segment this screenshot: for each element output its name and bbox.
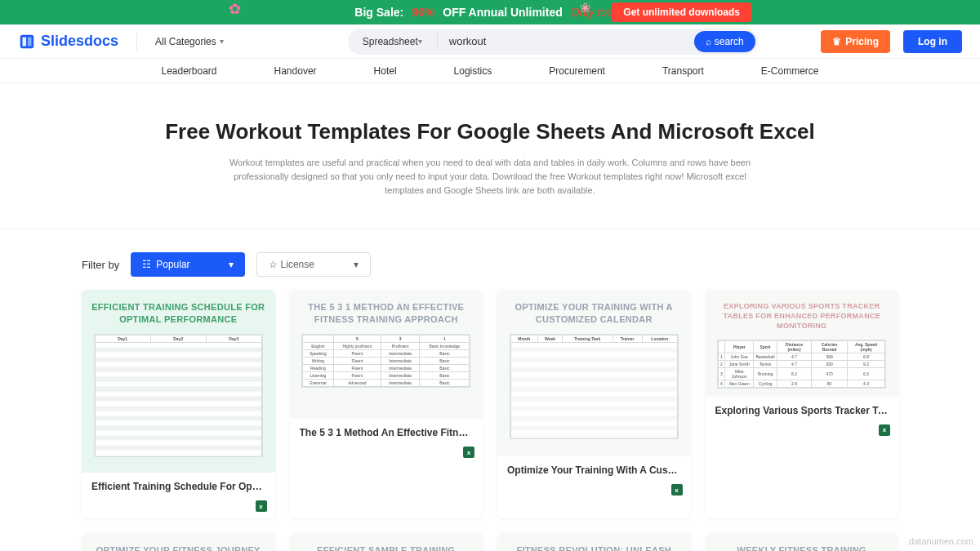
pricing-button[interactable]: ♛ Pricing: [821, 30, 890, 53]
search-input[interactable]: [438, 35, 694, 47]
svg-rect-1: [23, 37, 27, 46]
tab-handover[interactable]: Handover: [274, 65, 317, 77]
thumb-heading: OPTIMIZE YOUR FITNESS JOURNEY WITH: [88, 544, 269, 551]
logo[interactable]: Slidesdocs: [18, 33, 118, 51]
all-categories-label: All Categories: [155, 36, 216, 47]
hero: Free Workout Templates For Google Sheets…: [0, 83, 980, 216]
excel-icon: x: [879, 424, 890, 436]
template-thumb: THE 5 3 1 METHOD AN EFFECTIVE FITNESS TR…: [290, 290, 483, 419]
login-button[interactable]: Log in: [903, 30, 962, 53]
template-title: Optimize Your Training With A Customi...: [507, 464, 681, 476]
crown-icon: ♛: [832, 36, 841, 47]
filter-license-label: License: [281, 259, 314, 270]
template-title: Efficient Training Schedule For Optimal.…: [91, 481, 265, 492]
svg-rect-2: [28, 37, 32, 46]
template-card[interactable]: OPTIMIZE YOUR TRAINING WITH A CUSTOMIZED…: [497, 290, 691, 518]
template-card[interactable]: EFFICIENT TRAINING SCHEDULE FOR OPTIMAL …: [82, 290, 275, 518]
template-card[interactable]: WEEKLY FITNESS TRAINING SCHEDULE TRACKER…: [706, 533, 899, 551]
search-wrap: Spreadsheet ▾ ⌕ search: [348, 29, 758, 55]
filter-popular-dropdown[interactable]: ☷Popular ▾: [131, 252, 245, 277]
template-grid: EFFICIENT TRAINING SCHEDULE FOR OPTIMAL …: [0, 290, 980, 551]
template-title: Exploring Various Sports Tracker Table..…: [715, 405, 889, 416]
chevron-down-icon: ▾: [220, 37, 224, 46]
top-bar: Slidesdocs All Categories ▾ Spreadsheet …: [0, 24, 980, 59]
chevron-down-icon: ▾: [354, 259, 359, 270]
flower-left-icon: ✿: [229, 0, 241, 18]
search-type-label: Spreadsheet: [363, 36, 418, 47]
promo-big-sale: Big Sale:: [354, 6, 403, 19]
template-thumb: OPTIMIZE YOUR FITNESS JOURNEY WITH: [82, 533, 275, 551]
excel-icon: x: [671, 484, 683, 495]
template-card[interactable]: OPTIMIZE YOUR FITNESS JOURNEY WITH: [82, 533, 275, 551]
get-unlimited-button[interactable]: Get unlimited downloads: [612, 2, 751, 22]
template-thumb: WEEKLY FITNESS TRAINING SCHEDULE TRACKER…: [706, 533, 899, 551]
filter-by-label: Filter by: [82, 259, 119, 271]
logo-icon: [18, 33, 36, 51]
filter-license-dropdown[interactable]: ☆ License ▾: [256, 252, 371, 277]
thumb-heading: EFFICIENT SAMPLE TRAINING CALENDAR FOR O…: [296, 544, 477, 551]
tab-transport[interactable]: Transport: [662, 65, 704, 77]
tab-hotel[interactable]: Hotel: [374, 65, 397, 77]
thumb-heading: EXPLORING VARIOUS SPORTS TRACKER TABLES …: [712, 301, 893, 331]
chevron-down-icon: ▾: [229, 259, 234, 270]
flower-right-icon: ❀: [580, 0, 590, 16]
chevron-down-icon: ▾: [418, 37, 422, 46]
all-categories-dropdown[interactable]: All Categories ▾: [155, 36, 224, 47]
thumb-heading: FITNESS REVOLUTION: UNLEASH YOUR POTENTI…: [504, 544, 684, 551]
logo-text: Slidesdocs: [41, 33, 118, 50]
template-thumb: EXPLORING VARIOUS SPORTS TRACKER TABLES …: [706, 290, 899, 396]
excel-icon: x: [463, 447, 474, 458]
excel-icon: x: [256, 500, 267, 512]
thumb-heading: THE 5 3 1 METHOD AN EFFECTIVE FITNESS TR…: [296, 301, 477, 326]
template-thumb: OPTIMIZE YOUR TRAINING WITH A CUSTOMIZED…: [497, 290, 691, 456]
thumb-table: MonthWeekTraining TaskTrainerLocation: [510, 334, 679, 438]
page-description: Workout templates are useful and practic…: [229, 156, 751, 198]
thumb-table: PlayerSportDistance (miles)Calories Burn…: [717, 340, 886, 389]
tab-logistics[interactable]: Logistics: [454, 65, 492, 77]
thumb-heading: WEEKLY FITNESS TRAINING SCHEDULE TRACKER: [712, 544, 893, 551]
promo-off-text: OFF Annual Unlimited: [443, 6, 562, 19]
divider: [136, 33, 137, 51]
promo-bar: ✿ Big Sale: 90% OFF Annual Unlimited Onl…: [0, 0, 980, 24]
category-tabs: Leaderboard Handover Hotel Logistics Pro…: [0, 59, 980, 83]
watermark: datanumen.com: [909, 536, 973, 546]
search-label: search: [715, 36, 744, 47]
page-title: Free Workout Templates For Google Sheets…: [82, 119, 898, 144]
license-icon: ☆: [269, 259, 278, 270]
template-thumb: EFFICIENT TRAINING SCHEDULE FOR OPTIMAL …: [82, 290, 275, 473]
template-thumb: FITNESS REVOLUTION: UNLEASH YOUR POTENTI…: [497, 533, 691, 551]
template-card[interactable]: FITNESS REVOLUTION: UNLEASH YOUR POTENTI…: [497, 533, 691, 551]
thumb-heading: EFFICIENT TRAINING SCHEDULE FOR OPTIMAL …: [88, 301, 269, 326]
thumb-table: Day1Day2Day3: [94, 334, 263, 456]
search-icon: ⌕: [706, 36, 711, 47]
tab-procurement[interactable]: Procurement: [549, 65, 605, 77]
template-card[interactable]: EFFICIENT SAMPLE TRAINING CALENDAR FOR O…: [290, 533, 483, 551]
tab-leaderboard[interactable]: Leaderboard: [161, 65, 216, 77]
search-button[interactable]: ⌕ search: [694, 31, 755, 52]
template-title: The 5 3 1 Method An Effective Fitness T.…: [300, 427, 474, 438]
filter-popular-label: Popular: [156, 259, 189, 270]
svg-rect-0: [20, 34, 34, 48]
template-thumb: EFFICIENT SAMPLE TRAINING CALENDAR FOR O…: [290, 533, 483, 551]
template-card[interactable]: THE 5 3 1 METHOD AN EFFECTIVE FITNESS TR…: [290, 290, 483, 518]
sort-icon: ☷: [142, 259, 151, 270]
promo-percent: 90%: [412, 6, 434, 19]
tab-ecommerce[interactable]: E-Commerce: [761, 65, 819, 77]
thumb-heading: OPTIMIZE YOUR TRAINING WITH A CUSTOMIZED…: [504, 301, 684, 326]
search-type-dropdown[interactable]: Spreadsheet ▾: [348, 29, 437, 55]
template-card[interactable]: EXPLORING VARIOUS SPORTS TRACKER TABLES …: [706, 290, 899, 518]
thumb-table: 531 EnglishHighly proficientProficientBa…: [301, 334, 470, 388]
pricing-label: Pricing: [845, 36, 879, 47]
filter-bar: Filter by ☷Popular ▾ ☆ License ▾: [0, 229, 980, 290]
